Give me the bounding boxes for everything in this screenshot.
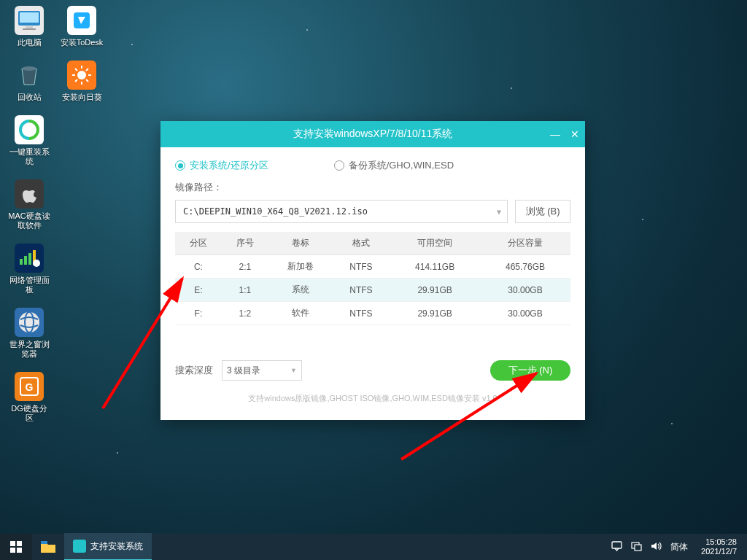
diskgenius-icon: G (15, 372, 44, 401)
desktop-icon-diskgenius[interactable]: GDG硬盘分区 (7, 372, 51, 423)
action-center-icon[interactable] (611, 541, 622, 553)
browse-button[interactable]: 浏览 (B) (515, 200, 570, 223)
radio-backup-label: 备份系统/GHO,WIN,ESD (349, 159, 454, 172)
svg-rect-26 (10, 541, 15, 546)
reinstall-system-icon (15, 115, 44, 144)
table-row[interactable]: E:1:1系统NTFS29.91GB30.00GB (175, 279, 570, 302)
svg-rect-5 (20, 259, 23, 265)
table-cell: 1:2 (222, 302, 268, 325)
subtitle: 支持windows原版镜像,GHOST ISO镜像,GHO,WIM,ESD镜像安… (160, 393, 585, 404)
svg-rect-33 (635, 545, 641, 551)
svg-point-15 (77, 71, 86, 79)
minimize-button[interactable]: — (550, 128, 560, 140)
chevron-down-icon: ▼ (290, 367, 297, 374)
table-row[interactable]: F:1:2软件NTFS29.91GB30.00GB (175, 302, 570, 325)
search-depth-value: 3 级目录 (227, 365, 260, 377)
table-cell: 29.91GB (390, 279, 480, 302)
svg-rect-27 (17, 541, 22, 546)
taskbar: 支持安装系统 简体 15:05:28 2021/12/7 (0, 534, 747, 560)
this-pc-icon (15, 6, 44, 35)
network-icon[interactable] (631, 541, 642, 553)
ime-indicator[interactable]: 简体 (670, 541, 688, 553)
search-depth-select[interactable]: 3 级目录 ▼ (222, 360, 302, 381)
table-cell: NTFS (333, 279, 390, 302)
desktop-icon-theworld-browser[interactable]: 世界之窗浏览器 (7, 308, 51, 359)
desktop-icon-label: MAC硬盘读取软件 (7, 211, 51, 230)
mac-disk-reader-icon (15, 179, 44, 209)
table-cell: F: (175, 302, 222, 325)
table-cell: E: (175, 279, 222, 302)
partition-table: 分区序号卷标格式可用空间分区容量 C:2:1新加卷NTFS414.11GB465… (175, 232, 570, 325)
table-cell: 465.76GB (480, 255, 570, 279)
desktop-icon-label: 世界之窗浏览器 (7, 340, 51, 359)
svg-rect-7 (28, 253, 31, 265)
desktop-icon-mac-disk-reader[interactable]: MAC硬盘读取软件 (7, 179, 51, 230)
installer-icon (73, 540, 86, 553)
image-path-label: 镜像路径： (175, 181, 570, 194)
table-header: 格式 (333, 232, 390, 255)
table-header: 分区容量 (480, 232, 570, 255)
svg-text:G: G (26, 381, 34, 393)
desktop-icon-install-sunlogin[interactable]: 安装向日葵 (60, 61, 104, 102)
titlebar: 支持安装windowsXP/7/8/10/11系统 — ✕ (160, 121, 585, 147)
desktop-icon-install-todesk[interactable]: 安装ToDesk (60, 6, 104, 47)
svg-line-20 (75, 69, 77, 71)
svg-rect-29 (17, 548, 22, 553)
desktop-icon-this-pc[interactable]: 此电脑 (7, 6, 51, 47)
table-header: 序号 (222, 232, 268, 255)
next-button[interactable]: 下一步 (N) (490, 360, 570, 381)
close-button[interactable]: ✕ (570, 128, 579, 140)
desktop-icon-label: 网络管理面板 (7, 276, 51, 295)
table-row[interactable]: C:2:1新加卷NTFS414.11GB465.76GB (175, 255, 570, 279)
theworld-browser-icon (15, 308, 44, 337)
start-button[interactable] (0, 534, 32, 560)
clock-date: 2021/12/7 (701, 547, 737, 556)
svg-point-4 (22, 66, 36, 71)
radio-dot-icon (334, 160, 344, 171)
taskbar-task-label: 支持安装系统 (90, 540, 143, 553)
table-cell: 414.11GB (390, 255, 480, 279)
clock[interactable]: 15:05:28 2021/12/7 (697, 537, 741, 556)
table-cell: 系统 (268, 279, 333, 302)
installer-window: 支持安装windowsXP/7/8/10/11系统 — ✕ 安装系统/还原分区 … (160, 121, 585, 420)
radio-dot-icon (175, 160, 185, 171)
table-cell: 1:1 (222, 279, 268, 302)
desktop-icon-label: 回收站 (18, 93, 42, 102)
radio-install[interactable]: 安装系统/还原分区 (175, 159, 268, 172)
recycle-bin-icon (15, 61, 44, 90)
table-cell: 2:1 (222, 255, 268, 279)
desktop-icon-recycle-bin[interactable]: 回收站 (7, 61, 51, 102)
desktop-icon-reinstall-system[interactable]: 一键重装系统 (7, 115, 51, 166)
install-todesk-icon (67, 6, 96, 35)
network-panel-icon (15, 244, 44, 273)
svg-line-23 (86, 69, 88, 71)
svg-rect-2 (26, 26, 33, 28)
svg-rect-3 (23, 28, 36, 30)
radio-install-label: 安装系统/还原分区 (190, 159, 268, 172)
image-path-value: C:\DEEPIN_WIN10_X64_Q8_V2021.12.iso (183, 206, 368, 217)
svg-rect-6 (24, 256, 27, 265)
table-cell: NTFS (333, 302, 390, 325)
table-cell: 30.00GB (480, 279, 570, 302)
desktop-icon-label: 一键重装系统 (7, 147, 51, 166)
svg-rect-30 (41, 541, 47, 544)
image-path-select[interactable]: C:\DEEPIN_WIN10_X64_Q8_V2021.12.iso ▼ (175, 200, 508, 223)
svg-rect-28 (10, 548, 15, 553)
install-sunlogin-icon (67, 61, 96, 90)
table-header: 卷标 (268, 232, 333, 255)
window-title: 支持安装windowsXP/7/8/10/11系统 (293, 128, 453, 141)
radio-backup[interactable]: 备份系统/GHO,WIN,ESD (334, 159, 454, 172)
table-cell: 新加卷 (268, 255, 333, 279)
clock-time: 15:05:28 (701, 537, 737, 547)
table-header: 分区 (175, 232, 222, 255)
volume-icon[interactable] (651, 541, 662, 553)
table-header: 可用空间 (390, 232, 480, 255)
table-cell: 29.91GB (390, 302, 480, 325)
svg-line-22 (75, 79, 77, 82)
svg-rect-1 (20, 12, 39, 23)
svg-point-10 (19, 312, 39, 332)
file-explorer-button[interactable] (32, 534, 64, 560)
taskbar-task-installer[interactable]: 支持安装系统 (64, 533, 152, 560)
desktop-icon-network-panel[interactable]: 网络管理面板 (7, 244, 51, 295)
svg-point-9 (33, 260, 40, 267)
